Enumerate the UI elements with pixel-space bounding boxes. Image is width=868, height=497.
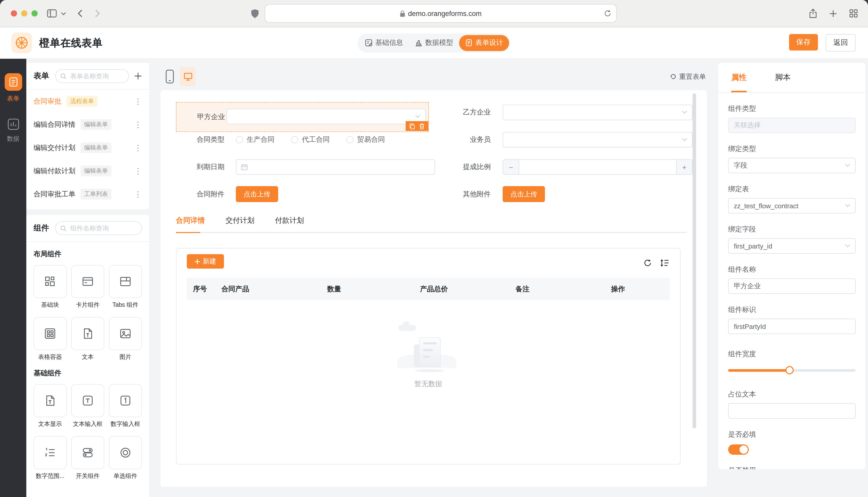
card-component-icon [81, 275, 94, 288]
zoom-window-button[interactable] [31, 10, 38, 16]
tab-contract-detail[interactable]: 合同详情 [176, 216, 205, 231]
image-icon [119, 327, 132, 340]
form-design-icon [465, 39, 472, 46]
radio-oem-contract[interactable]: 代工合同 [291, 135, 330, 144]
tab-properties[interactable]: 属性 [731, 73, 747, 83]
tab-form-design[interactable]: 表单设计 [459, 35, 509, 51]
minimize-window-button[interactable] [21, 10, 27, 16]
rail-item-data[interactable]: 数据 [6, 117, 20, 143]
bind-table-select[interactable]: zz_test_flow_contract [728, 198, 856, 213]
save-button[interactable]: 保存 [789, 34, 818, 51]
section-layout-components: 布局组件 [33, 250, 142, 259]
chevron-down-icon [682, 138, 687, 142]
refresh-icon[interactable] [644, 259, 652, 267]
rail-item-forms[interactable]: 表单 [4, 73, 22, 103]
forms-icon [4, 73, 22, 91]
component-width-slider[interactable] [728, 366, 856, 374]
component-id-input[interactable] [728, 318, 856, 334]
copy-icon[interactable] [409, 123, 415, 129]
placeholder-text-input[interactable] [728, 403, 856, 418]
component-basic-block[interactable]: 基础块 [33, 265, 67, 309]
component-tabs[interactable]: Tabs 组件 [109, 265, 142, 309]
app-header: 橙单在线表单 基础信息 数据模型 表单设计 保存 返回 [0, 27, 868, 59]
empty-illustration-icon [397, 325, 459, 374]
first-party-select[interactable] [226, 109, 426, 124]
component-text-input[interactable]: 文本输入框 [71, 384, 104, 428]
new-tab-icon[interactable] [829, 10, 837, 17]
form-item-contract-approval-ticket[interactable]: 合同审批工单 工单列表 ⋮ [33, 183, 142, 206]
close-window-button[interactable] [11, 10, 17, 16]
more-actions-icon[interactable]: ⋮ [134, 144, 142, 152]
sidebar-chevron-icon[interactable] [61, 12, 66, 15]
slider-thumb[interactable] [785, 366, 794, 374]
tab-payment-plan[interactable]: 付款计划 [275, 216, 304, 231]
component-radio[interactable]: 单选组件 [109, 436, 142, 480]
back-button[interactable]: 返回 [826, 34, 856, 52]
decrease-button[interactable]: − [503, 160, 519, 174]
back-icon[interactable] [78, 9, 83, 17]
tab-delivery-plan[interactable]: 交付计划 [225, 216, 254, 231]
form-search-input[interactable] [55, 69, 129, 83]
mobile-preview-icon[interactable] [166, 70, 174, 84]
share-icon[interactable] [809, 9, 817, 18]
component-search-input[interactable] [55, 221, 142, 235]
more-actions-icon[interactable]: ⋮ [134, 120, 142, 128]
component-image[interactable]: 图片 [109, 317, 142, 361]
forward-icon[interactable] [95, 9, 100, 17]
text-icon [81, 327, 94, 340]
add-form-button[interactable] [134, 72, 142, 80]
component-name-input[interactable] [728, 279, 856, 294]
due-date-input[interactable] [236, 159, 435, 175]
form-item-contract-approval[interactable]: 合同审批 流程表单 ⋮ [33, 90, 142, 113]
text-input-icon [81, 394, 94, 407]
increase-button[interactable]: + [676, 160, 692, 174]
radio-trade-contract[interactable]: 贸易合同 [346, 135, 385, 144]
privacy-shield-icon[interactable] [251, 9, 259, 18]
component-text[interactable]: 文本 [71, 317, 104, 361]
delete-icon[interactable] [419, 123, 425, 129]
sidebar-toggle-icon[interactable] [47, 9, 57, 17]
component-number-input[interactable]: 数字输入框 [109, 384, 142, 428]
form-item-edit-payment-plan[interactable]: 编辑付款计划 编辑表单 ⋮ [33, 159, 142, 183]
more-actions-icon[interactable]: ⋮ [134, 190, 142, 198]
form-item-edit-delivery-plan[interactable]: 编辑交付计划 编辑表单 ⋮ [33, 136, 142, 159]
desktop-preview-icon[interactable] [180, 67, 196, 86]
tab-basic-info[interactable]: 基础信息 [359, 35, 409, 51]
page-title: 橙单在线表单 [39, 36, 103, 50]
salesman-select[interactable] [502, 132, 692, 147]
forms-panel-title: 表单 [33, 71, 49, 81]
selected-component-first-party[interactable]: 甲方企业 [176, 102, 429, 132]
new-row-button[interactable]: 新建 [187, 254, 224, 269]
row-height-icon[interactable] [660, 259, 669, 267]
reset-form-button[interactable]: 重置表单 [670, 72, 706, 81]
table-header-row: 序号 合同产品 数量 产品总价 备注 操作 [187, 278, 670, 300]
text-display-icon [43, 394, 57, 407]
component-text-display[interactable]: 文本显示 [33, 384, 67, 428]
canvas-scrollbar[interactable] [692, 93, 696, 428]
more-actions-icon[interactable]: ⋮ [134, 97, 142, 105]
components-panel: 组件 布局组件 基础块 [26, 215, 149, 497]
other-upload-button[interactable]: 点击上传 [502, 186, 545, 202]
bind-type-select[interactable]: 字段 [728, 158, 856, 173]
commission-stepper[interactable]: − + [502, 159, 692, 175]
component-table-container[interactable]: 表格容器 [33, 317, 67, 361]
tab-data-model[interactable]: 数据模型 [409, 35, 459, 51]
address-bar[interactable]: demo.orangeforms.com [265, 4, 617, 23]
more-actions-icon[interactable]: ⋮ [134, 167, 142, 175]
required-toggle[interactable] [728, 444, 749, 455]
component-number-range[interactable]: 数字范围... [33, 436, 67, 480]
bind-field-select[interactable]: first_party_id [728, 238, 856, 254]
empty-state: 暂无数据 [187, 325, 670, 389]
chevron-down-icon [415, 115, 421, 118]
second-party-select[interactable] [502, 105, 692, 120]
form-item-edit-contract-detail[interactable]: 编辑合同详情 编辑表单 ⋮ [33, 113, 142, 136]
tab-script[interactable]: 脚本 [775, 73, 790, 83]
component-card[interactable]: 卡片组件 [71, 265, 104, 309]
tab-overview-icon[interactable] [850, 9, 858, 17]
commission-value[interactable] [519, 160, 676, 174]
form-info-icon [365, 39, 372, 46]
reload-icon[interactable] [604, 10, 611, 17]
radio-production-contract[interactable]: 生产合同 [236, 135, 275, 144]
contract-upload-button[interactable]: 点击上传 [236, 186, 278, 202]
component-switch[interactable]: 开关组件 [71, 436, 104, 480]
